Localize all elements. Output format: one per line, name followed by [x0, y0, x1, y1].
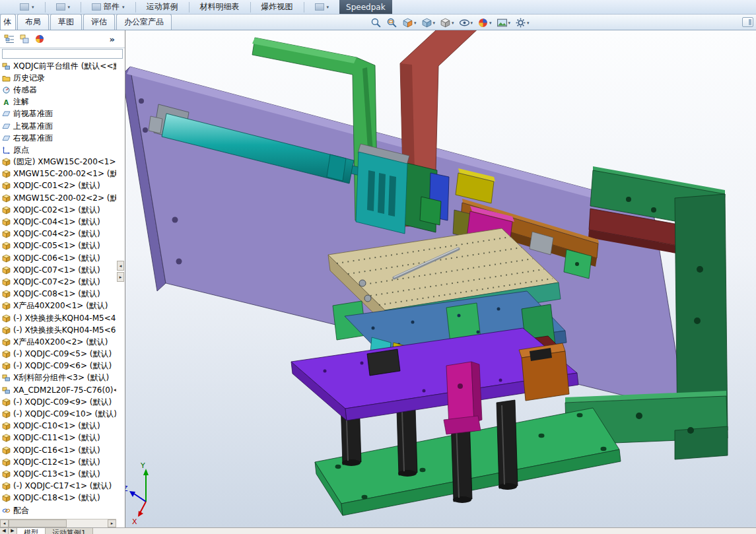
ribbon-tab[interactable]: 体: [0, 14, 16, 30]
dropdown-caret-icon: ▾: [471, 20, 473, 26]
edit-appearance-button[interactable]: ▾: [477, 17, 493, 29]
tree-item[interactable]: 前视基准面: [0, 108, 116, 120]
ribbon-command[interactable]: ▾: [55, 0, 72, 14]
tree-item[interactable]: XQDJC-C04<1> (默认): [0, 216, 116, 228]
tree-item-label: XQDJC-C07<2> (默认): [13, 277, 100, 288]
tree-item[interactable]: 原点: [0, 144, 116, 156]
graphics-area[interactable]: Y Z X: [125, 30, 756, 527]
tree-item[interactable]: (-) XQDJC-C09<10> (默认): [0, 408, 116, 420]
panel-splitter: ◂ ▸: [116, 30, 125, 519]
tree-item[interactable]: XQDJC-C05<1> (默认): [0, 240, 116, 252]
tab-next-button[interactable]: ▶: [9, 528, 17, 534]
ribbon-tab[interactable]: 草图: [50, 14, 82, 30]
tree-item-icon: [2, 386, 11, 395]
model-tab[interactable]: 模型: [17, 528, 46, 534]
tree-item[interactable]: 配合: [0, 504, 116, 516]
ribbon-command[interactable]: ▾: [18, 0, 36, 14]
tree-item[interactable]: XQDJC-C06<1> (默认): [0, 252, 116, 264]
scroll-right-arrow[interactable]: ▸: [108, 519, 116, 527]
tree-item[interactable]: XQDJC-C07<2> (默认): [0, 276, 116, 288]
tree-item[interactable]: (-) XQDJC-C09<9> (默认): [0, 396, 116, 408]
tab-prev-button[interactable]: ◀: [0, 528, 9, 534]
ribbon-tab[interactable]: 布局: [17, 14, 49, 30]
dropdown-caret-icon: ▾: [489, 20, 492, 26]
tree-item-icon: [2, 62, 11, 71]
assembly-3d-view[interactable]: Y Z X: [125, 30, 756, 527]
display-style-button[interactable]: ▾: [439, 17, 455, 29]
part-magenta-bracket[interactable]: [444, 362, 482, 434]
featuremanager-tree-tab[interactable]: [3, 33, 15, 45]
tree-item-icon: [2, 362, 11, 370]
ribbon-tab[interactable]: 评估: [83, 14, 115, 30]
part-purple-platform[interactable]: [291, 328, 578, 420]
section-view-button[interactable]: ▾: [401, 17, 417, 29]
tree-item[interactable]: X刮料部分组件<3> (默认): [0, 372, 116, 384]
tree-item-label: (-) X快换接头KQH04-M5<4> (: [13, 313, 116, 324]
tree-item-icon: [2, 146, 11, 154]
tree-item[interactable]: XQDJC-C10<1> (默认): [0, 420, 116, 432]
tree-item[interactable]: XQDJC-C08<1> (默认): [0, 288, 116, 300]
tree-item-label: (-) XQDJC-C17<1> (默认): [13, 481, 112, 492]
splitter-left-arrow[interactable]: ◂: [117, 261, 124, 271]
tree-item[interactable]: X产品40X200<1> (默认): [0, 300, 116, 312]
tree-horizontal-scrollbar[interactable]: ◂ ▸: [0, 519, 116, 527]
tree-item[interactable]: (-) X快换接头KQH04-M5<4> (: [0, 312, 116, 324]
tree-item[interactable]: XMGW15C-200-02<1> (默认): [0, 168, 116, 180]
scroll-left-arrow[interactable]: ◂: [0, 519, 9, 527]
hide-show-items-button[interactable]: ▾: [458, 17, 474, 29]
tree-item[interactable]: XQDJC-C16<1> (默认): [0, 444, 116, 456]
tree-item[interactable]: XQDJC-C12<1> (默认): [0, 456, 116, 468]
ribbon-tab[interactable]: 办公室产品: [116, 14, 172, 30]
ribbon-command[interactable]: Speedpak: [339, 0, 392, 14]
tree-top-box[interactable]: [2, 49, 123, 59]
tree-item[interactable]: XQDJC-C04<2> (默认): [0, 228, 116, 240]
tree-item[interactable]: 历史记录: [0, 72, 116, 84]
tree-item[interactable]: XQDJC-C13<1> (默认): [0, 468, 116, 480]
apply-scene-button[interactable]: ▾: [496, 17, 512, 29]
ribbon-command[interactable]: 部件▾: [90, 0, 126, 14]
tree-item[interactable]: XA_CDM2L20F-75-C76(0)<1>: [0, 384, 116, 396]
ribbon-command[interactable]: 爆炸视图: [260, 0, 294, 14]
tree-item[interactable]: XQDJC-C01<2> (默认): [0, 180, 116, 192]
configuration-manager-tab[interactable]: [18, 33, 30, 45]
tree-item-icon: [2, 494, 11, 502]
zoom-area-button[interactable]: [386, 17, 398, 29]
view-settings-button[interactable]: ▾: [514, 17, 530, 29]
ribbon-command-label: Speedpak: [346, 3, 386, 12]
tree-item-label: (-) XQDJC-C09<10> (默认): [13, 409, 116, 420]
ribbon-separator: [189, 2, 189, 13]
tree-item[interactable]: 上视基准面: [0, 120, 116, 132]
tree-item[interactable]: XQDJC前平台组件 (默认<<默认>_: [0, 60, 116, 72]
tree-item[interactable]: XQDJC-C11<1> (默认): [0, 432, 116, 444]
ribbon-command-label: 部件: [104, 1, 120, 13]
zoom-fit-button[interactable]: [370, 17, 382, 29]
tree-item-label: XQDJC-C06<1> (默认): [13, 253, 100, 264]
tree-item[interactable]: XMGW15C-200-02<2> (默认): [0, 192, 116, 204]
tree-item[interactable]: (固定) XMGW15C-200<1> (默: [0, 156, 116, 168]
scroll-thumb[interactable]: [9, 519, 67, 527]
tree-item[interactable]: (-) XQDJC-C17<1> (默认): [0, 481, 116, 492]
dropdown-caret-icon: ▾: [122, 5, 125, 10]
tree-item[interactable]: X产品40X200<2> (默认): [0, 336, 116, 348]
tree-item[interactable]: XQDJC-C07<1> (默认): [0, 264, 116, 276]
tree-item[interactable]: 右视基准面: [0, 132, 116, 144]
ribbon-command[interactable]: ▾: [314, 0, 331, 14]
tree-item-label: (-) X快换接头KQH04-M5<6> (: [13, 325, 116, 336]
ribbon-command[interactable]: 材料明细表: [199, 0, 241, 14]
ribbon-separator: [45, 2, 46, 13]
collapse-pane-button[interactable]: [742, 17, 753, 27]
tree-item[interactable]: 传感器: [0, 84, 116, 96]
tree-item[interactable]: (-) XQDJC-C09<5> (默认): [0, 349, 116, 360]
appearance-manager-tab[interactable]: [34, 33, 46, 45]
model-tab[interactable]: 运动算例1: [46, 528, 93, 534]
tree-item[interactable]: (-) X快换接头KQH04-M5<6> (: [0, 324, 116, 336]
tree-item-label: XQDJC-C08<1> (默认): [13, 288, 100, 300]
view-orientation-button[interactable]: ▾: [421, 17, 436, 29]
tree-item[interactable]: (-) XQDJC-C09<6> (默认): [0, 360, 116, 372]
splitter-right-arrow[interactable]: ▸: [117, 272, 124, 282]
tree-item[interactable]: XQDJC-C18<1> (默认): [0, 492, 116, 504]
tree-item[interactable]: XQDJC-C02<1> (默认): [0, 204, 116, 216]
ribbon-command[interactable]: 运动算例: [145, 0, 180, 14]
dropdown-caret-icon: ▾: [327, 5, 329, 10]
tree-item[interactable]: 注解: [0, 96, 116, 108]
